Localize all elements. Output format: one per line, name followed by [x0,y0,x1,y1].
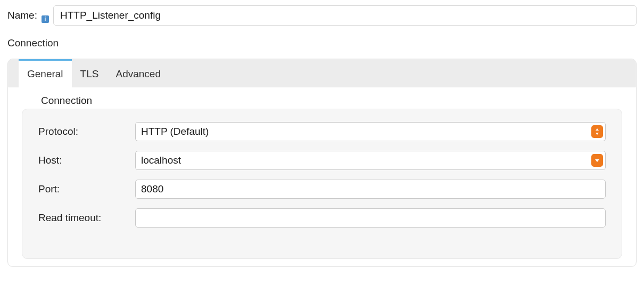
protocol-label: Protocol: [38,126,135,137]
connection-fieldset-title: Connection [22,88,622,109]
tab-tls[interactable]: TLS [72,59,108,87]
info-icon: i [42,15,49,23]
port-input[interactable] [135,180,606,199]
connection-panel: General TLS Advanced Connection Protocol… [7,59,637,267]
host-value: localhost [141,155,181,166]
host-label: Host: [38,155,135,166]
name-input[interactable] [53,5,637,26]
protocol-select[interactable]: HTTP (Default) [135,122,606,141]
chevron-down-icon[interactable] [591,154,603,167]
read-timeout-label: Read timeout: [38,212,135,224]
connection-section-title: Connection [7,37,637,49]
tabbar: General TLS Advanced [8,59,636,87]
host-select[interactable]: localhost [135,151,606,170]
name-label: Name: [7,10,37,21]
tab-advanced[interactable]: Advanced [107,59,169,87]
general-fieldset: Connection Protocol: HTTP (Default) [22,87,622,259]
port-label: Port: [38,183,135,195]
tab-general[interactable]: General [19,59,72,87]
protocol-value: HTTP (Default) [141,126,209,137]
fields-box: Protocol: HTTP (Default) Host: [22,109,622,259]
read-timeout-input[interactable] [135,208,606,228]
stepper-icon[interactable] [591,125,603,138]
